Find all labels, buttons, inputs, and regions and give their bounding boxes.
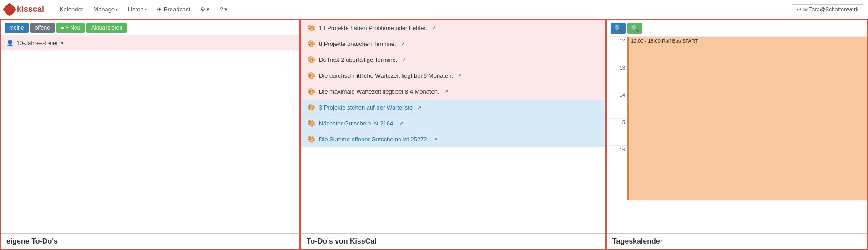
user-menu-button[interactable]: ↩ ✉ Tara@Schattenwerk bbox=[792, 4, 863, 15]
middle-panel-footer: To-Do's von KissCal bbox=[301, 233, 605, 249]
right-panel-footer: Tageskalender bbox=[607, 233, 867, 249]
chevron-down-icon: ▾ bbox=[224, 6, 227, 13]
todo-item[interactable]: 🎨Die maximale Wartezeit liegt bei 8.4 Mo… bbox=[301, 84, 605, 100]
nav-broadcast[interactable]: ✈ Broadcast bbox=[153, 4, 194, 15]
external-link-icon[interactable]: ↗ bbox=[433, 136, 437, 142]
nav-kalender[interactable]: Kalender bbox=[56, 4, 87, 15]
cal-search-btn-2[interactable]: 🔍 bbox=[627, 23, 642, 34]
external-link-icon[interactable]: ↗ bbox=[401, 41, 405, 47]
todo-text: 18 Projekte haben Probleme oder Fehler. bbox=[319, 25, 427, 31]
logo-diamond-icon bbox=[2, 2, 16, 16]
btn-meine[interactable]: meine bbox=[5, 23, 29, 33]
todo-text: Die maximale Wartezeit liegt bei 8.4 Mon… bbox=[319, 88, 439, 95]
plus-icon: ● bbox=[61, 25, 64, 31]
todo-item[interactable]: 🎨Nächster Gutschein ist 2164. ↗ bbox=[301, 115, 605, 131]
events-column: 12:00 - 18:00 Ralf Bus START bbox=[627, 37, 867, 233]
todo-item[interactable]: 🎨Die Summe offener Gutscheine ist 25272.… bbox=[301, 131, 605, 147]
time-slot: 14 bbox=[607, 91, 627, 119]
left-panel-content: 👤 10-Jahres-Feier ▾ bbox=[1, 36, 299, 233]
project-name: 10-Jahres-Feier bbox=[16, 40, 58, 46]
nav-manage[interactable]: Manage ▾ bbox=[90, 4, 121, 15]
palette-icon: 🎨 bbox=[308, 135, 315, 143]
user-arrow-icon: ↩ bbox=[797, 6, 801, 13]
cal-search-btn-1[interactable]: 🔍 bbox=[611, 23, 626, 34]
btn-neu-label: + Neu bbox=[66, 25, 80, 31]
gear-icon: ⚙ bbox=[200, 6, 206, 13]
logo-text: kisscal bbox=[17, 5, 44, 14]
palette-icon: 🎨 bbox=[308, 72, 315, 79]
todo-item[interactable]: 🎨8 Projekte brauchen Termine. ↗ bbox=[301, 36, 605, 52]
todo-item[interactable]: 🎨3 Projekte stehen auf der Warteliste ↗ bbox=[301, 100, 605, 115]
todo-text: Du hast 2 überfällige Termine. bbox=[319, 56, 397, 63]
chevron-down-icon: ▾ bbox=[116, 7, 118, 12]
right-panel: 🔍 🔍 1213141516 12:00 - 18:00 Ralf Bus ST… bbox=[606, 19, 868, 250]
time-slot: 16 bbox=[607, 146, 627, 173]
time-slot: 12 bbox=[607, 37, 627, 64]
nav-manage-label: Manage bbox=[93, 6, 115, 13]
main-content: meine offene ● + Neu Aktualisieren 👤 10-… bbox=[0, 19, 868, 250]
help-icon: ? bbox=[220, 6, 223, 13]
external-link-icon[interactable]: ↗ bbox=[402, 57, 406, 63]
btn-aktualisieren[interactable]: Aktualisieren bbox=[86, 23, 127, 33]
time-slot: 15 bbox=[607, 119, 627, 146]
left-toolbar: meine offene ● + Neu Aktualisieren bbox=[1, 20, 299, 36]
todo-text: Die Summe offener Gutscheine ist 25272. bbox=[319, 136, 429, 143]
palette-icon: 🎨 bbox=[308, 40, 315, 47]
left-panel-footer: eigene To-Do's bbox=[1, 233, 299, 249]
external-link-icon[interactable]: ↗ bbox=[458, 73, 462, 79]
middle-panel-content: 🎨18 Projekte haben Probleme oder Fehler.… bbox=[301, 20, 605, 233]
todo-item[interactable]: 🎨18 Projekte haben Probleme oder Fehler.… bbox=[301, 20, 605, 36]
chevron-down-icon: ▾ bbox=[61, 40, 64, 46]
chevron-down-icon: ▾ bbox=[207, 6, 210, 13]
nav-listen-label: Listen bbox=[128, 6, 144, 13]
btn-offene[interactable]: offene bbox=[30, 23, 55, 33]
nav-help[interactable]: ? ▾ bbox=[216, 4, 231, 15]
external-link-icon[interactable]: ↗ bbox=[444, 89, 448, 95]
todo-text: Nächster Gutschein ist 2164. bbox=[319, 120, 395, 127]
nav-listen[interactable]: Listen ▾ bbox=[124, 4, 151, 15]
palette-icon: 🎨 bbox=[308, 120, 315, 127]
palette-icon: 🎨 bbox=[308, 88, 315, 95]
palette-icon: 🎨 bbox=[308, 104, 315, 111]
project-item[interactable]: 👤 10-Jahres-Feier ▾ bbox=[1, 36, 299, 50]
event-label: 12:00 - 18:00 Ralf Bus START bbox=[631, 38, 698, 44]
calendar-event[interactable]: 12:00 - 18:00 Ralf Bus START bbox=[627, 37, 867, 200]
external-link-icon[interactable]: ↗ bbox=[432, 25, 436, 31]
todo-text: 3 Projekte stehen auf der Warteliste bbox=[319, 104, 413, 111]
header: kisscal Kalender Manage ▾ Listen ▾ ✈ Bro… bbox=[0, 0, 868, 19]
calendar-toolbar: 🔍 🔍 bbox=[607, 20, 867, 37]
external-link-icon[interactable]: ↗ bbox=[399, 120, 404, 126]
logo: kisscal bbox=[5, 5, 44, 15]
time-slot: 13 bbox=[607, 64, 627, 91]
middle-panel: 🎨18 Projekte haben Probleme oder Fehler.… bbox=[300, 19, 606, 250]
todo-item[interactable]: 🎨Die durchschnittliche Wartezeit liegt b… bbox=[301, 68, 605, 84]
btn-neu[interactable]: ● + Neu bbox=[56, 23, 85, 33]
external-link-icon[interactable]: ↗ bbox=[417, 105, 421, 110]
calendar-content: 1213141516 12:00 - 18:00 Ralf Bus START bbox=[607, 37, 867, 233]
palette-icon: 🎨 bbox=[308, 24, 315, 31]
user-label: ✉ Tara@Schattenwerk bbox=[803, 6, 858, 13]
broadcast-icon: ✈ bbox=[157, 6, 162, 13]
person-icon: 👤 bbox=[6, 40, 14, 46]
left-panel: meine offene ● + Neu Aktualisieren 👤 10-… bbox=[0, 19, 300, 250]
nav-broadcast-label: Broadcast bbox=[164, 6, 191, 13]
chevron-down-icon: ▾ bbox=[145, 7, 147, 12]
todo-text: 8 Projekte brauchen Termine. bbox=[319, 40, 396, 47]
todo-text: Die durchschnittliche Wartezeit liegt be… bbox=[319, 72, 453, 79]
nav-settings[interactable]: ⚙ ▾ bbox=[197, 4, 213, 15]
palette-icon: 🎨 bbox=[308, 56, 315, 63]
todo-item[interactable]: 🎨Du hast 2 überfällige Termine. ↗ bbox=[301, 52, 605, 68]
time-column: 1213141516 bbox=[607, 37, 627, 233]
